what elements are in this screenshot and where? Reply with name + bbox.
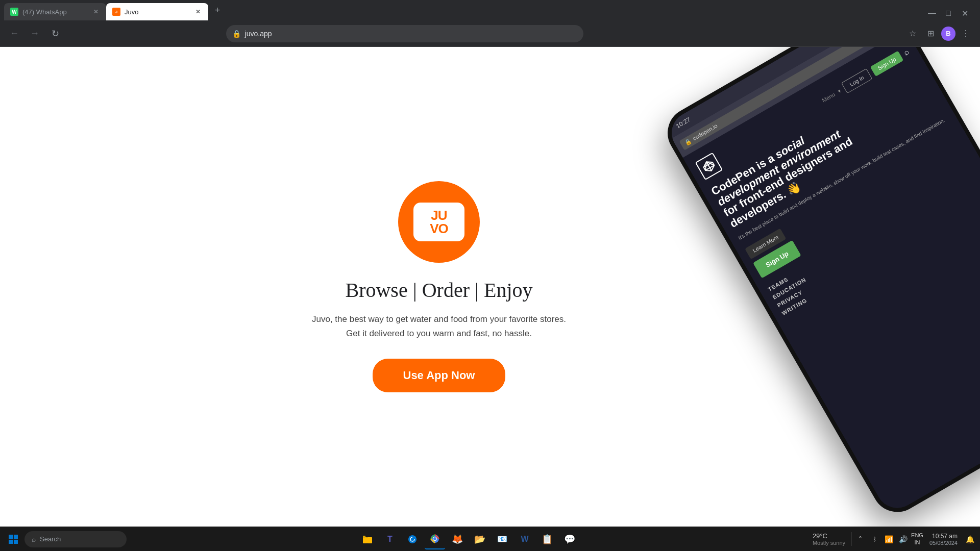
maximize-button[interactable]: □ [941, 6, 955, 20]
svg-rect-10 [363, 537, 367, 543]
svg-rect-12 [367, 537, 372, 543]
hero-section: JU VO Browse | Order | Enjoy Juvo, the b… [312, 181, 566, 392]
reload-button[interactable]: ↻ [47, 26, 63, 42]
taskbar-app-firefox[interactable]: 🦊 [447, 529, 468, 549]
whatsapp-favicon: W [10, 8, 18, 16]
taskbar-app-files[interactable]: 📂 [470, 529, 490, 549]
language-indicator[interactable]: ENG IN [911, 532, 923, 545]
security-lock-icon: 🔒 [232, 30, 241, 38]
hero-tagline: Browse | Order | Enjoy [345, 278, 532, 302]
bookmark-icon[interactable]: ☆ [904, 26, 921, 42]
tray-chevron-icon[interactable]: ˄ [854, 533, 866, 545]
tray-volume-icon[interactable]: 🔊 [897, 533, 909, 545]
weather-description: Mostly sunny [813, 540, 845, 546]
taskbar-app-chrome[interactable] [425, 529, 445, 549]
taskbar-app-outlook[interactable]: 📧 [492, 529, 512, 549]
phone-outer: 10:27 ▐▐ ▐ 🔋 ↺ 🔒 codepen.io ⌕ ↺ [658, 47, 980, 521]
clock-date: 05/08/2024 [929, 540, 958, 546]
phone-search-icon-nav: ⌕ [902, 47, 911, 58]
url-text: juvo.app [245, 30, 577, 38]
weather-widget: 29°C Mostly sunny [806, 532, 852, 546]
taskbar-app-teams[interactable]: T [380, 529, 400, 549]
tab-juvo-title: Juvo [125, 8, 190, 16]
tab-whatsapp[interactable]: W (47) WhatsApp ✕ [4, 3, 106, 20]
svg-rect-9 [14, 539, 18, 543]
menu-item-education: EDUCATION [771, 174, 980, 300]
juvo-logo: JU VO [398, 181, 480, 263]
taskbar: ⌕ Search T [0, 527, 980, 551]
clock-time: 10:57 am [932, 533, 958, 540]
juvo-favicon: J [112, 8, 120, 16]
start-button[interactable] [4, 530, 22, 548]
minimize-button[interactable]: — [925, 6, 939, 20]
svg-rect-8 [9, 539, 13, 543]
tab-juvo-close[interactable]: ✕ [194, 8, 202, 16]
url-bar[interactable]: 🔒 juvo.app [226, 25, 583, 42]
address-bar: ← → ↻ 🔒 juvo.app ☆ ⊞ B ⋮ [0, 20, 980, 47]
tray-wifi-icon[interactable]: 📶 [883, 533, 895, 545]
weather-temperature: 29°C [813, 532, 827, 540]
taskbar-app-word[interactable]: W [514, 529, 535, 549]
tab-juvo[interactable]: J Juvo ✕ [106, 3, 208, 20]
svg-rect-7 [14, 535, 18, 539]
signup-button-small[interactable]: Sign Up [870, 51, 904, 77]
codepen-logo [695, 153, 723, 181]
more-options-icon[interactable]: ⋮ [958, 26, 974, 42]
close-button[interactable]: ✕ [958, 6, 972, 20]
svg-rect-11 [363, 536, 365, 538]
search-placeholder: Search [40, 535, 61, 543]
taskbar-app-whatsapp[interactable]: 💬 [559, 529, 580, 549]
lang-primary: ENG [911, 532, 923, 539]
page-content: JU VO Browse | Order | Enjoy Juvo, the b… [0, 47, 980, 527]
forward-button[interactable]: → [27, 26, 43, 42]
menu-label: Menu [821, 91, 836, 104]
login-button[interactable]: Log In [841, 68, 872, 93]
phone-lock-icon: 🔒 [683, 137, 693, 146]
use-app-button[interactable]: Use App Now [373, 359, 506, 392]
search-magnifier-icon: ⌕ [32, 535, 36, 543]
taskbar-search[interactable]: ⌕ Search [24, 531, 127, 547]
notification-button[interactable]: 🔔 [964, 533, 976, 545]
profile-avatar[interactable]: B [941, 27, 955, 41]
tray-bluetooth-icon[interactable]: ᛒ [868, 533, 880, 545]
tab-bar-right: — □ ✕ [225, 6, 976, 20]
tab-bar: W (47) WhatsApp ✕ J Juvo ✕ + — □ ✕ [0, 0, 980, 20]
hero-desc-line2: Get it delivered to you warm and fast, n… [346, 329, 532, 338]
new-tab-button[interactable]: + [210, 3, 225, 17]
juvo-logo-text: JU VO [430, 209, 448, 235]
taskbar-right: 29°C Mostly sunny ˄ ᛒ 📶 🔊 ENG IN 10:57 a… [802, 532, 980, 546]
menu-chevron-icon: ▾ [837, 87, 843, 94]
extensions-icon[interactable]: ⊞ [923, 26, 939, 42]
lang-secondary: IN [915, 539, 920, 546]
taskbar-app-edge[interactable] [402, 529, 423, 549]
tab-whatsapp-close[interactable]: ✕ [92, 8, 100, 16]
taskbar-app-explorer[interactable] [357, 529, 378, 549]
system-tray: ˄ ᛒ 📶 🔊 [854, 533, 909, 545]
juvo-logo-inner: JU VO [413, 203, 464, 241]
taskbar-apps: T 🦊 [131, 529, 802, 549]
tab-whatsapp-title: (47) WhatsApp [22, 8, 88, 16]
taskbar-app-notes[interactable]: 📋 [537, 529, 557, 549]
hero-description: Juvo, the best way to get water and food… [312, 312, 566, 340]
phone-mockup: 10:27 ▐▐ ▐ 🔋 ↺ 🔒 codepen.io ⌕ ↺ [658, 47, 980, 521]
hero-desc-line1: Juvo, the best way to get water and food… [312, 314, 566, 324]
svg-rect-6 [9, 535, 13, 539]
toolbar-right: ☆ ⊞ B ⋮ [904, 26, 974, 42]
back-button[interactable]: ← [6, 26, 22, 42]
taskbar-left: ⌕ Search [0, 530, 131, 548]
svg-point-15 [433, 537, 436, 540]
phone-screen: 10:27 ▐▐ ▐ 🔋 ↺ 🔒 codepen.io ⌕ ↺ [664, 47, 980, 516]
clock-widget[interactable]: 10:57 am 05/08/2024 [925, 533, 962, 546]
browser-frame: W (47) WhatsApp ✕ J Juvo ✕ + — □ ✕ ← → ↻… [0, 0, 980, 551]
